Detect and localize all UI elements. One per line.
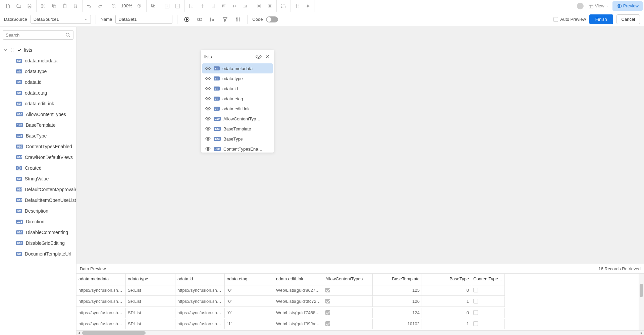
tree-item[interactable]: 123BaseType: [0, 130, 76, 141]
paste-icon[interactable]: [60, 1, 69, 11]
insert-right-icon[interactable]: [173, 1, 182, 11]
sliders-icon[interactable]: [233, 15, 243, 24]
tree-item[interactable]: 010DisableGridEditing: [0, 238, 76, 248]
tree-item[interactable]: 010AllowContentTypes: [0, 109, 76, 120]
column-header[interactable]: odata.metadata: [76, 274, 126, 285]
tree-root-lists[interactable]: lists: [0, 45, 76, 55]
tree-item[interactable]: strStringValue: [0, 173, 76, 184]
align-bottom-icon[interactable]: [240, 1, 250, 11]
delete-icon[interactable]: [71, 1, 80, 11]
tree-item[interactable]: 123BaseTemplate: [0, 120, 76, 130]
align-right-icon[interactable]: [208, 1, 218, 11]
undo-icon[interactable]: [85, 1, 94, 11]
open-icon[interactable]: [14, 1, 23, 11]
close-icon[interactable]: [264, 53, 271, 60]
eye-icon[interactable]: [205, 75, 211, 81]
align-top-icon[interactable]: [219, 1, 228, 11]
table-cell: "0": [225, 308, 274, 318]
fx-icon[interactable]: [208, 15, 217, 24]
column-header[interactable]: odata.editLink: [274, 274, 323, 285]
align-center-h-icon[interactable]: [198, 1, 207, 11]
column-header[interactable]: ContentTypesE: [471, 274, 505, 285]
auto-preview-checkbox[interactable]: Auto Preview: [553, 17, 586, 22]
layers-icon[interactable]: [149, 1, 158, 11]
datasource-select[interactable]: DataSource1: [31, 15, 91, 24]
table-cell: SP.List: [126, 296, 175, 307]
distribute-v-icon[interactable]: [265, 1, 274, 11]
finish-button[interactable]: Finish: [589, 14, 613, 24]
tree-item[interactable]: strodata.id: [0, 77, 76, 88]
eye-icon[interactable]: [205, 96, 211, 102]
save-icon[interactable]: [25, 1, 34, 11]
svg-point-26: [258, 56, 260, 58]
insert-left-icon[interactable]: [162, 1, 172, 11]
table-cell: SP.List: [126, 285, 175, 296]
redo-icon[interactable]: [95, 1, 105, 11]
popup-item[interactable]: 123 BaseTemplate: [202, 124, 273, 134]
preview-button[interactable]: Preview: [612, 1, 643, 11]
eye-icon[interactable]: [205, 146, 211, 152]
new-file-icon[interactable]: [3, 1, 13, 11]
popup-item[interactable]: 010 AllowContentTyp…: [202, 114, 273, 124]
zoom-in-icon[interactable]: [135, 1, 144, 11]
popup-item[interactable]: 010 ContentTypesEna…: [202, 144, 273, 153]
tree-item[interactable]: strodata.type: [0, 66, 76, 77]
link-icon[interactable]: [195, 15, 204, 24]
tree-item[interactable]: 123Direction: [0, 216, 76, 227]
snap-guides-icon[interactable]: [303, 1, 313, 11]
tree-item[interactable]: strDescription: [0, 206, 76, 216]
play-icon[interactable]: [182, 15, 192, 24]
popup-item[interactable]: str odata.metadata: [202, 63, 273, 73]
popup-item[interactable]: str odata.editLink: [202, 104, 273, 114]
eye-icon[interactable]: [205, 136, 211, 142]
tree-item[interactable]: 010DisableCommenting: [0, 227, 76, 238]
filter-icon[interactable]: [220, 15, 230, 24]
vertical-scrollbar[interactable]: [639, 274, 644, 330]
records-retrieved: 16 Records Retrieved: [598, 266, 641, 271]
tree-item[interactable]: strodata.metadata: [0, 55, 76, 66]
distribute-h-icon[interactable]: [254, 1, 264, 11]
view-dropdown[interactable]: View: [586, 3, 612, 9]
popup-item[interactable]: str odata.id: [202, 83, 273, 94]
dataset-name-input[interactable]: [115, 15, 172, 24]
popup-item[interactable]: str odata.etag: [202, 94, 273, 104]
column-header[interactable]: AllowContentTypes: [323, 274, 373, 285]
column-header[interactable]: BaseType: [422, 274, 471, 285]
tree-item[interactable]: 010DefaultItemOpenUseListS: [0, 195, 76, 206]
checkbox: [473, 288, 478, 292]
column-header[interactable]: BaseTemplate: [373, 274, 422, 285]
copy-icon[interactable]: [49, 1, 59, 11]
design-canvas[interactable]: lists str odata.metadata str odata.type …: [76, 27, 644, 335]
tree-item[interactable]: 010DefaultContentApprovalW: [0, 184, 76, 195]
align-left-icon[interactable]: [187, 1, 196, 11]
code-toggle[interactable]: [266, 16, 278, 22]
eye-icon[interactable]: [205, 116, 211, 122]
popup-item[interactable]: 123 BaseType: [202, 134, 273, 144]
eye-icon[interactable]: [255, 53, 262, 60]
tree-item[interactable]: Created: [0, 163, 76, 173]
tree-item[interactable]: strodata.etag: [0, 88, 76, 98]
user-avatar[interactable]: [577, 3, 584, 9]
svg-point-27: [207, 68, 209, 69]
tree-item[interactable]: 010CrawlNonDefaultViews: [0, 152, 76, 163]
cancel-button[interactable]: Cancel: [616, 14, 640, 24]
selection-icon[interactable]: [279, 1, 288, 11]
popup-item[interactable]: str odata.type: [202, 73, 273, 83]
eye-icon[interactable]: [205, 86, 211, 92]
column-header[interactable]: odata.etag: [225, 274, 274, 285]
tree-item[interactable]: strodata.editLink: [0, 98, 76, 109]
tree-item[interactable]: strDocumentTemplateUrl: [0, 248, 76, 259]
zoom-out-icon[interactable]: [109, 1, 118, 11]
tree-item[interactable]: 010ContentTypesEnabled: [0, 141, 76, 152]
eye-icon[interactable]: [205, 106, 211, 112]
snap-grid-icon[interactable]: [292, 1, 302, 11]
column-header[interactable]: odata.id: [175, 274, 225, 285]
cut-icon[interactable]: [39, 1, 48, 11]
eye-icon[interactable]: [205, 126, 211, 132]
horizontal-scrollbar[interactable]: ◄ ►: [76, 330, 644, 335]
eye-icon[interactable]: [205, 65, 211, 71]
search-input[interactable]: [3, 30, 73, 40]
column-header[interactable]: odata.type: [126, 274, 175, 285]
align-middle-icon[interactable]: [230, 1, 239, 11]
data-preview-grid[interactable]: odata.metadataodata.typeodata.idodata.et…: [76, 274, 639, 330]
